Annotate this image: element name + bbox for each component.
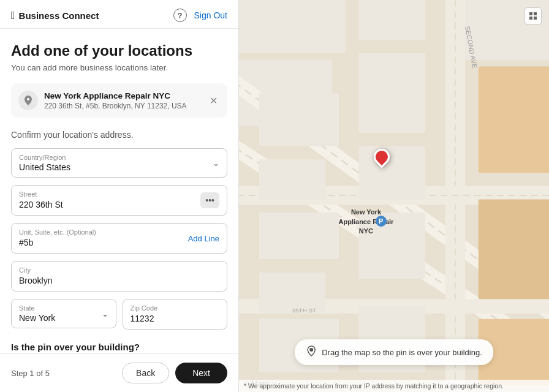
map-controls: [524, 7, 542, 24]
help-icon[interactable]: ?: [173, 9, 187, 22]
confirm-address-label: Confirm your location's address.: [11, 130, 227, 140]
zip-input[interactable]: [131, 314, 220, 323]
svg-rect-32: [529, 17, 532, 20]
step-label: Step 1 of 5: [11, 369, 50, 378]
location-card-close-button[interactable]: ✕: [207, 92, 220, 109]
add-line-button[interactable]: Add Line: [188, 234, 219, 243]
unit-label: Unit, Suite, etc. (Optional): [19, 228, 188, 236]
unit-input[interactable]: [19, 238, 105, 247]
brand-name: Business Connect: [19, 10, 99, 21]
form-scroll-area: Add one of your locations You can add mo…: [0, 29, 238, 353]
page-title: Add one of your locations: [11, 42, 227, 59]
location-card-icon: [18, 91, 38, 110]
street-field-group: Street •••: [11, 185, 227, 216]
map-svg: SECOND AVE 35TH ST: [239, 0, 549, 392]
state-chevron-down-icon: ⌄: [102, 309, 108, 318]
header-actions: ? Sign Out: [173, 9, 227, 22]
city-field-group: City: [11, 261, 227, 292]
drag-tooltip-text: Drag the map so the pin is over your bui…: [322, 348, 482, 357]
brand-logo:  Business Connect: [11, 9, 99, 22]
svg-rect-16: [259, 93, 339, 146]
svg-text:35TH ST: 35TH ST: [292, 307, 316, 314]
city-label: City: [19, 266, 219, 274]
location-card: New York Appliance Repair NYC 220 36th S…: [11, 83, 227, 118]
pin-section: Is the pin over your building? Drag the …: [11, 342, 227, 353]
state-field-group: State New York ⌄: [11, 299, 116, 330]
svg-rect-26: [479, 199, 549, 299]
location-info: New York Appliance Repair NYC 220 36th S…: [44, 91, 201, 110]
next-button[interactable]: Next: [175, 363, 227, 383]
street-label: Street: [19, 190, 129, 198]
svg-rect-17: [259, 159, 325, 199]
pin-title: Is the pin over your building?: [11, 342, 227, 352]
location-address: 220 36th St, #5b, Brooklyn, NY 11232, US…: [44, 102, 201, 110]
header:  Business Connect ? Sign Out: [0, 0, 238, 29]
country-label: Country/Region: [19, 154, 70, 161]
parking-sign: P: [376, 216, 387, 227]
approx-note: * We approximate your location from your…: [239, 380, 549, 392]
street-more-button[interactable]: •••: [200, 192, 219, 208]
svg-rect-3: [239, 0, 346, 53]
svg-point-34: [309, 348, 313, 352]
unit-field: Unit, Suite, etc. (Optional) Add Line: [11, 223, 227, 254]
drag-tooltip: Drag the map so the pin is over your bui…: [295, 339, 493, 365]
footer-buttons: Back Next: [122, 363, 227, 383]
zip-field: Zip Code: [123, 299, 228, 330]
svg-rect-25: [479, 66, 549, 173]
zip-label: Zip Code: [131, 304, 220, 312]
svg-rect-30: [529, 12, 532, 15]
state-value: New York: [19, 313, 55, 323]
street-field: Street •••: [11, 185, 227, 216]
svg-rect-18: [259, 213, 339, 259]
zip-field-group: Zip Code: [123, 299, 228, 330]
back-button[interactable]: Back: [122, 363, 169, 383]
city-field: City: [11, 261, 227, 292]
chevron-down-icon: ⌄: [213, 159, 219, 168]
map-pin: [374, 149, 390, 165]
country-field-group: Country/Region United States ⌄: [11, 148, 227, 178]
sign-out-button[interactable]: Sign Out: [194, 10, 227, 20]
city-input[interactable]: [19, 276, 219, 285]
location-name: New York Appliance Repair NYC: [44, 91, 201, 100]
page-subtitle: You can add more business locations late…: [11, 63, 227, 72]
map-layers-button[interactable]: [524, 7, 542, 24]
svg-rect-21: [359, 53, 425, 133]
footer: Step 1 of 5 Back Next: [0, 353, 238, 392]
country-value: United States: [19, 162, 70, 172]
street-input[interactable]: [19, 200, 129, 209]
state-label: State: [19, 304, 55, 312]
map-container[interactable]: SECOND AVE 35TH ST New Y: [239, 0, 549, 392]
country-dropdown[interactable]: Country/Region United States ⌄: [11, 148, 227, 178]
svg-rect-5: [359, 0, 425, 40]
svg-rect-31: [534, 12, 537, 15]
unit-field-group: Unit, Suite, etc. (Optional) Add Line: [11, 223, 227, 254]
svg-rect-22: [359, 146, 425, 200]
state-dropdown[interactable]: State New York ⌄: [11, 299, 116, 328]
state-zip-row: State New York ⌄ Zip Code: [11, 299, 227, 330]
location-pin-icon: [306, 345, 317, 359]
svg-point-1: [27, 98, 29, 100]
apple-logo-icon: : [11, 9, 15, 22]
svg-rect-33: [534, 17, 537, 20]
pin-head: [370, 145, 393, 168]
map-panel[interactable]: SECOND AVE 35TH ST New Y: [239, 0, 549, 392]
